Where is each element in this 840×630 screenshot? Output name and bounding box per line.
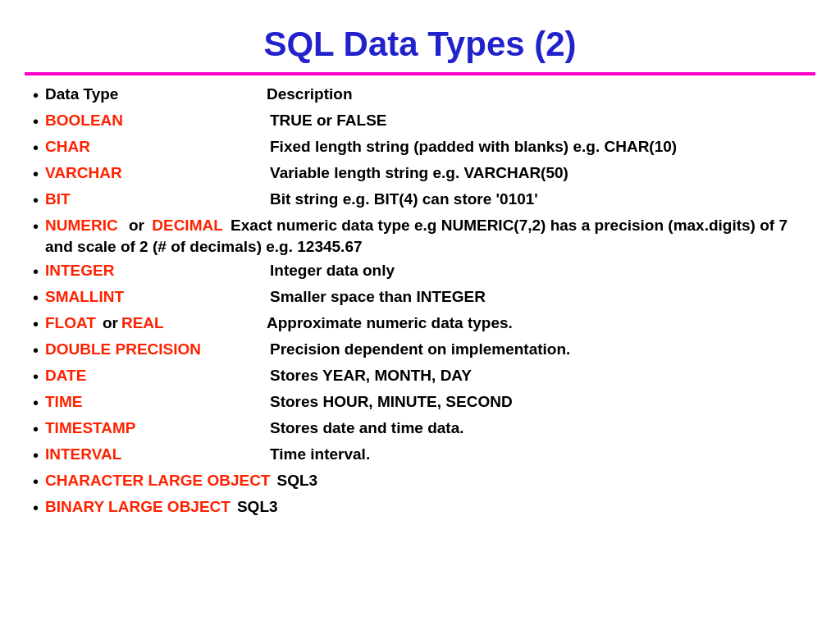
list-item-smallint: • SMALLINT Smaller space than INTEGER — [33, 286, 815, 309]
header-type-label: Data Type — [45, 84, 267, 105]
connector-numeric: or — [129, 217, 148, 234]
numeric-content: NUMERIC or DECIMAL Exact numeric data ty… — [45, 215, 815, 257]
float-type-group: FLOAT or REAL — [45, 313, 267, 334]
list-item-interval: • INTERVAL Time interval. — [33, 444, 815, 467]
desc-timestamp: Stores date and time data. — [270, 418, 464, 439]
desc-time: Stores HOUR, MINUTE, SECOND — [270, 391, 513, 413]
type-decimal: DECIMAL — [152, 217, 223, 234]
desc-float: Approximate numeric data types. — [267, 313, 513, 334]
list-item-char: • CHAR Fixed length string (padded with … — [33, 136, 815, 159]
list-item-time: • TIME Stores HOUR, MINUTE, SECOND — [33, 391, 815, 414]
date-content: DATE Stores YEAR, MONTH, DAY — [45, 365, 815, 386]
bullet-integer: • — [33, 261, 39, 283]
connector-float: or — [103, 313, 118, 334]
list-item-date: • DATE Stores YEAR, MONTH, DAY — [33, 365, 815, 388]
desc-date: Stores YEAR, MONTH, DAY — [270, 365, 472, 386]
type-interval: INTERVAL — [45, 444, 267, 465]
list-item-bit: • BIT Bit string e.g. BIT(4) can store '… — [33, 189, 815, 212]
type-clob: CHARACTER LARGE OBJECT — [45, 470, 270, 491]
double-content: DOUBLE PRECISION Precision dependent on … — [45, 339, 815, 360]
header-row: • Data Type Description — [33, 84, 815, 107]
list-item-blob: • BINARY LARGE OBJECT SQL3 — [33, 496, 815, 519]
bullet-timestamp: • — [33, 418, 39, 441]
bullet-interval: • — [33, 445, 39, 467]
timestamp-content: TIMESTAMP Stores date and time data. — [45, 418, 815, 439]
type-time: TIME — [45, 391, 267, 413]
bullet-boolean: • — [33, 111, 39, 133]
integer-content: INTEGER Integer data only — [45, 260, 815, 281]
bullet-clob: • — [33, 471, 39, 493]
bullet-varchar: • — [33, 163, 39, 185]
boolean-content: BOOLEAN TRUE or FALSE — [45, 110, 815, 131]
type-boolean: BOOLEAN — [45, 110, 267, 131]
smallint-content: SMALLINT Smaller space than INTEGER — [45, 286, 815, 308]
desc-boolean: TRUE or FALSE — [270, 110, 387, 131]
desc-clob: SQL3 — [276, 470, 317, 491]
header-desc-label: Description — [267, 84, 353, 105]
bullet-char: • — [33, 137, 39, 159]
type-char: CHAR — [45, 136, 267, 158]
bullet-float: • — [33, 313, 39, 336]
char-content: CHAR Fixed length string (padded with bl… — [45, 136, 815, 158]
bullet-header: • — [33, 84, 39, 107]
desc-bit: Bit string e.g. BIT(4) can store '0101' — [270, 189, 538, 210]
bullet-blob: • — [33, 497, 39, 519]
list-item-double: • DOUBLE PRECISION Precision dependent o… — [33, 339, 815, 362]
bullet-double: • — [33, 340, 39, 362]
list-item-numeric: • NUMERIC or DECIMAL Exact numeric data … — [33, 215, 815, 257]
type-timestamp: TIMESTAMP — [45, 418, 267, 439]
time-content: TIME Stores HOUR, MINUTE, SECOND — [45, 391, 815, 413]
type-float: FLOAT — [45, 313, 96, 334]
type-smallint: SMALLINT — [45, 286, 267, 308]
type-real: REAL — [121, 313, 164, 334]
desc-char: Fixed length string (padded with blanks)… — [270, 136, 677, 158]
list-item-float: • FLOAT or REAL Approximate numeric data… — [33, 313, 815, 336]
type-numeric: NUMERIC — [45, 217, 118, 234]
desc-interval: Time interval. — [270, 444, 370, 465]
desc-varchar: Variable length string e.g. VARCHAR(50) — [270, 162, 568, 184]
bullet-numeric: • — [33, 216, 39, 238]
divider — [25, 72, 815, 75]
content-area: • Data Type Description • BOOLEAN TRUE o… — [25, 84, 815, 519]
clob-content: CHARACTER LARGE OBJECT SQL3 — [45, 470, 815, 491]
blob-content: BINARY LARGE OBJECT SQL3 — [45, 496, 815, 518]
type-bit: BIT — [45, 189, 267, 210]
type-blob: BINARY LARGE OBJECT — [45, 496, 231, 518]
type-varchar: VARCHAR — [45, 162, 267, 184]
list-item-timestamp: • TIMESTAMP Stores date and time data. — [33, 418, 815, 441]
list-item-integer: • INTEGER Integer data only — [33, 260, 815, 283]
desc-double: Precision dependent on implementation. — [270, 339, 570, 360]
desc-blob: SQL3 — [237, 496, 278, 518]
bullet-time: • — [33, 392, 39, 414]
type-date: DATE — [45, 365, 267, 386]
desc-smallint: Smaller space than INTEGER — [270, 286, 486, 308]
page-title: SQL Data Types (2) — [25, 16, 815, 64]
bit-content: BIT Bit string e.g. BIT(4) can store '01… — [45, 189, 815, 210]
bullet-bit: • — [33, 189, 39, 212]
interval-content: INTERVAL Time interval. — [45, 444, 815, 465]
float-content: FLOAT or REAL Approximate numeric data t… — [45, 313, 815, 334]
list-item-boolean: • BOOLEAN TRUE or FALSE — [33, 110, 815, 133]
desc-integer: Integer data only — [270, 260, 395, 281]
list-item-varchar: • VARCHAR Variable length string e.g. VA… — [33, 162, 815, 185]
slide: SQL Data Types (2) • Data Type Descripti… — [0, 0, 840, 630]
header-content: Data Type Description — [45, 84, 815, 105]
type-double: DOUBLE PRECISION — [45, 339, 267, 360]
list-item-clob: • CHARACTER LARGE OBJECT SQL3 — [33, 470, 815, 493]
bullet-smallint: • — [33, 287, 39, 309]
bullet-date: • — [33, 366, 39, 388]
type-integer: INTEGER — [45, 260, 267, 281]
varchar-content: VARCHAR Variable length string e.g. VARC… — [45, 162, 815, 184]
